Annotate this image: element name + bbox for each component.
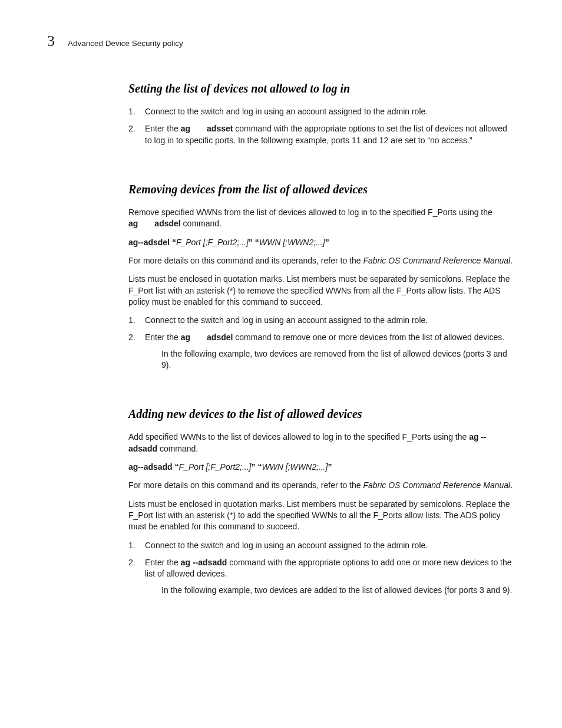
cmd-part: ” xyxy=(328,462,332,472)
step-item: Connect to the switch and log in using a… xyxy=(128,540,515,551)
text: . xyxy=(510,256,513,265)
section-heading: Removing devices from the list of allowe… xyxy=(128,183,515,196)
reference-paragraph: For more details on this command and its… xyxy=(128,255,515,266)
cmd-part: ag--adsadd “ xyxy=(128,462,179,472)
document-page: 3 Advanced Device Security policy Settin… xyxy=(0,0,562,649)
reference-title: Fabric OS Command Reference Manual xyxy=(363,256,510,265)
command-name: ag --adsadd xyxy=(181,558,227,567)
section-setting-not-allowed: Setting the list of devices not allowed … xyxy=(128,82,515,146)
step-list: Connect to the switch and log in using a… xyxy=(128,540,515,596)
gap xyxy=(138,219,154,228)
text: For more details on this command and its… xyxy=(128,480,363,490)
section-heading: Setting the list of devices not allowed … xyxy=(128,82,515,95)
reference-paragraph: For more details on this command and its… xyxy=(128,480,515,491)
content-body: Setting the list of devices not allowed … xyxy=(128,82,515,596)
step-text: Enter the xyxy=(145,558,181,567)
cmd-param: F_Port [;F_Port2;...] xyxy=(176,238,249,247)
step-list: Connect to the switch and log in using a… xyxy=(128,315,515,371)
section-adding-devices: Adding new devices to the list of allowe… xyxy=(128,407,515,595)
step-list: Connect to the switch and log in using a… xyxy=(128,106,515,146)
command-name: ag xyxy=(181,332,190,342)
notes-paragraph: Lists must be enclosed in quotation mark… xyxy=(128,499,515,533)
step-text: Enter the xyxy=(145,332,181,342)
cmd-part: ” “ xyxy=(252,462,262,472)
command-name: adsdel xyxy=(154,219,180,228)
section-removing-devices: Removing devices from the list of allowe… xyxy=(128,183,515,371)
step-sub-text: In the following example, two devices ar… xyxy=(145,585,515,596)
cmd-part: ” xyxy=(325,238,329,247)
text: command. xyxy=(157,444,198,453)
text: command. xyxy=(181,219,222,228)
cmd-param: WWN [;WWN2;...] xyxy=(262,462,328,472)
step-item: Connect to the switch and log in using a… xyxy=(128,106,515,117)
gap xyxy=(190,124,207,133)
step-item: Enter the ag adsdel command to remove on… xyxy=(128,332,515,371)
step-text: command to remove one or more devices fr… xyxy=(233,332,504,342)
command-syntax: ag--adsadd “F_Port [;F_Port2;...]” “WWN … xyxy=(128,462,515,473)
step-item: Enter the ag --adsadd command with the a… xyxy=(128,557,515,596)
text: For more details on this command and its… xyxy=(128,256,363,265)
step-item: Connect to the switch and log in using a… xyxy=(128,315,515,326)
text: . xyxy=(510,480,513,490)
chapter-number: 3 xyxy=(47,32,55,50)
step-text: Enter the xyxy=(145,124,181,133)
cmd-param: F_Port [;F_Port2;...] xyxy=(179,462,252,472)
command-name: ag xyxy=(128,219,138,228)
gap xyxy=(190,332,207,342)
cmd-param: WWN [;WWN2;...] xyxy=(259,238,325,247)
text: Remove specified WWNs from the list of d… xyxy=(128,207,492,217)
text: Add specified WWNs to the list of device… xyxy=(128,432,469,442)
intro-paragraph: Remove specified WWNs from the list of d… xyxy=(128,207,515,230)
cmd-part: ag--adsdel “ xyxy=(128,238,176,247)
page-header: 3 Advanced Device Security policy xyxy=(47,32,515,50)
step-sub-text: In the following example, two devices ar… xyxy=(145,348,515,371)
command-name: adsset xyxy=(207,124,233,133)
command-name: ag xyxy=(181,124,190,133)
cmd-part: ” “ xyxy=(249,238,259,247)
step-item: Enter the ag adsset command with the app… xyxy=(128,123,515,146)
notes-paragraph: Lists must be enclosed in quotation mark… xyxy=(128,274,515,308)
header-title: Advanced Device Security policy xyxy=(68,39,183,48)
intro-paragraph: Add specified WWNs to the list of device… xyxy=(128,431,515,454)
reference-title: Fabric OS Command Reference Manual xyxy=(363,480,510,490)
section-heading: Adding new devices to the list of allowe… xyxy=(128,407,515,421)
command-name: adsdel xyxy=(207,332,233,342)
command-syntax: ag--adsdel “F_Port [;F_Port2;...]” “WWN … xyxy=(128,237,515,248)
